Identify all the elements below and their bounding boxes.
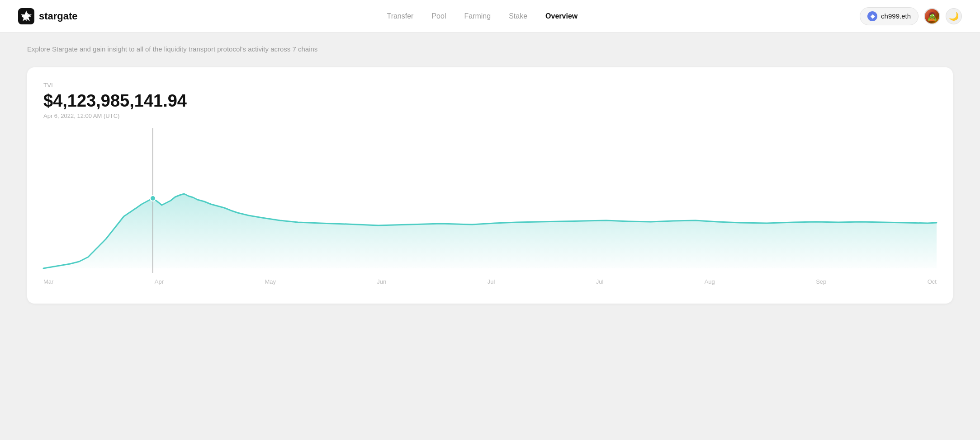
stargate-logo-icon <box>18 8 34 24</box>
x-label-sep: Sep <box>816 278 826 285</box>
nav-pool[interactable]: Pool <box>431 12 446 20</box>
wallet-button[interactable]: ◆ ch999.eth <box>860 7 918 25</box>
x-label-oct: Oct <box>928 278 937 285</box>
chart-area <box>43 194 937 268</box>
chart-wrapper: Mar Apr May Jun Jul Jul Aug Sep Oct <box>43 128 937 291</box>
chart-label: TVL <box>43 82 937 89</box>
x-label-mar: Mar <box>43 278 53 285</box>
tvl-chart-svg[interactable] <box>43 128 937 273</box>
tvl-chart-card: TVL $4,123,985,141.94 Apr 6, 2022, 12:00… <box>27 67 953 304</box>
nav-stake[interactable]: Stake <box>509 12 527 20</box>
x-axis: Mar Apr May Jun Jul Jul Aug Sep Oct <box>43 275 937 285</box>
x-label-aug: Aug <box>705 278 715 285</box>
navbar: stargate Transfer Pool Farming Stake Ove… <box>0 0 980 33</box>
x-label-jul1: Jul <box>488 278 495 285</box>
nav-links: Transfer Pool Farming Stake Overview <box>105 12 860 20</box>
x-label-apr: Apr <box>155 278 164 285</box>
logo[interactable]: stargate <box>18 8 78 24</box>
wallet-address: ch999.eth <box>881 12 911 20</box>
moon-icon: 🌙 <box>949 11 959 21</box>
chart-value: $4,123,985,141.94 <box>43 91 937 111</box>
nav-farming[interactable]: Farming <box>464 12 491 20</box>
nav-right: ◆ ch999.eth 🧟 🌙 <box>860 7 962 25</box>
peak-dot <box>150 196 156 201</box>
x-label-may: May <box>265 278 276 285</box>
avatar-image: 🧟 <box>927 11 937 21</box>
main-content: Explore Stargate and gain insight to all… <box>0 33 980 322</box>
x-label-jul2: Jul <box>596 278 604 285</box>
nav-overview[interactable]: Overview <box>545 12 578 20</box>
x-label-jun: Jun <box>377 278 386 285</box>
logo-text: stargate <box>39 10 78 22</box>
eth-icon: ◆ <box>867 11 877 21</box>
avatar[interactable]: 🧟 <box>924 8 940 24</box>
theme-toggle-button[interactable]: 🌙 <box>946 8 962 24</box>
chart-date: Apr 6, 2022, 12:00 AM (UTC) <box>43 112 937 119</box>
nav-transfer[interactable]: Transfer <box>387 12 413 20</box>
page-subtitle: Explore Stargate and gain insight to all… <box>27 45 953 53</box>
